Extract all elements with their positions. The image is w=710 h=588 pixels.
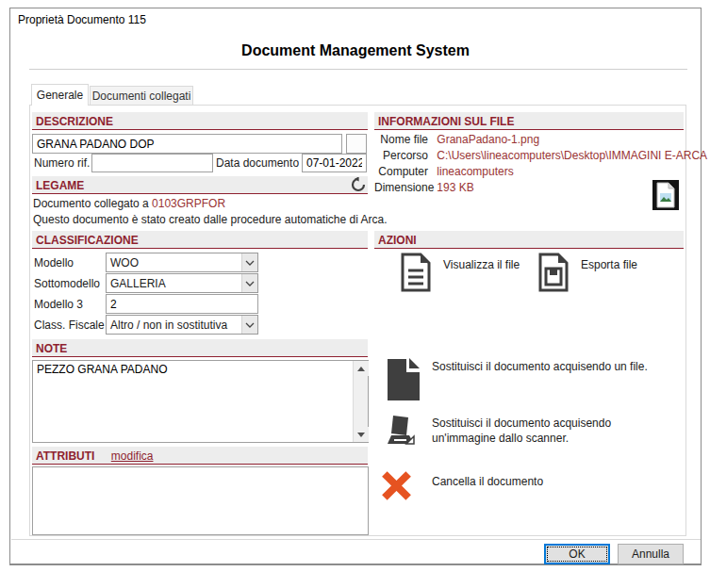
percorso-label: Percorso	[374, 149, 428, 162]
percorso-value: C:\Users\lineacomputers\Desktop\IMMAGINI…	[437, 149, 707, 162]
section-note: NOTE	[32, 339, 368, 357]
footer-divider	[11, 539, 701, 541]
sottomodello-select[interactable]: GALLERIA	[106, 273, 258, 293]
data-documento-input[interactable]	[302, 154, 367, 172]
tab-documenti-collegati[interactable]: Documenti collegati	[90, 86, 193, 105]
class-fiscale-label: Class. Fiscale	[34, 318, 105, 332]
note-field-container: PEZZO GRANA PADANO	[32, 360, 369, 443]
info-row-percorso: Percorso C:\Users\lineacomputers\Desktop…	[374, 149, 707, 162]
class-fiscale-select[interactable]: Altro / non in sostitutiva	[106, 315, 258, 335]
document-text-icon[interactable]	[401, 253, 431, 295]
window-title: Proprietà Documento 115	[18, 13, 146, 26]
sostituisci-file-action[interactable]: Sostituisci il documento acquisendo un f…	[432, 359, 681, 374]
attributi-title: ATTRIBUTI	[36, 449, 94, 463]
tab-panel: DESCRIZIONE Numero rif. Data documento L…	[29, 105, 686, 536]
legame-line1-prefix: Documento collegato a	[33, 197, 152, 210]
legame-line2: Questo documento è stato creato dalle pr…	[33, 213, 388, 226]
nome-file-value: GranaPadano-1.png	[437, 133, 539, 146]
class-fiscale-value: Altro / non in sostitutiva	[107, 317, 241, 334]
chevron-down-icon	[241, 274, 257, 292]
scroll-up-icon[interactable]	[354, 361, 369, 376]
page-title: Document Management System	[10, 42, 701, 59]
legame-line1: Documento collegato a 0103GRPFOR	[33, 197, 225, 210]
sottomodello-label: Sottomodello	[34, 277, 100, 290]
descrizione-extra-button[interactable]	[346, 134, 367, 154]
note-textarea[interactable]: PEZZO GRANA PADANO	[33, 361, 352, 442]
info-row-computer: Computer lineacomputers	[374, 165, 514, 178]
descrizione-input[interactable]	[32, 134, 342, 154]
ok-button[interactable]: OK	[544, 544, 610, 564]
section-informazioni: INFORMAZIONI SUL FILE	[374, 112, 684, 130]
scroll-down-icon[interactable]	[354, 427, 369, 442]
chevron-down-icon	[241, 253, 257, 271]
modello-label: Modello	[34, 256, 74, 270]
esporta-file-action[interactable]: Esporta file	[581, 257, 637, 272]
nome-file-label: Nome file	[374, 133, 428, 146]
modello-select[interactable]: WOO	[106, 253, 258, 272]
section-azioni: AZIONI	[374, 231, 684, 249]
section-legame: LEGAME	[32, 176, 368, 194]
modello3-label: Modello 3	[34, 298, 83, 311]
header-divider	[29, 69, 687, 71]
chevron-down-icon	[241, 316, 257, 334]
attributi-modifica-link[interactable]: modifica	[111, 449, 154, 463]
info-row-nome-file: Nome file GranaPadano-1.png	[374, 133, 539, 146]
info-row-dimensione: Dimensione 193 KB	[374, 181, 474, 194]
legame-document-code[interactable]: 0103GRPFOR	[152, 197, 225, 210]
x-icon[interactable]	[381, 470, 412, 504]
file-solid-icon[interactable]	[386, 357, 420, 405]
annulla-button[interactable]: Annulla	[618, 544, 684, 564]
attributi-box[interactable]	[32, 466, 369, 535]
section-descrizione: DESCRIZIONE	[32, 112, 368, 130]
dialog-window: Proprietà Documento 115 Document Managem…	[9, 8, 702, 565]
numero-rif-label: Numero rif.	[34, 156, 90, 170]
sostituisci-scanner-action[interactable]: Sostituisci il documento acquisendo un'i…	[432, 416, 675, 446]
tab-generale[interactable]: Generale	[31, 84, 89, 106]
computer-value: lineacomputers	[437, 165, 513, 178]
section-attributi: ATTRIBUTI modifica	[32, 447, 368, 465]
dimensione-value: 193 KB	[437, 181, 473, 194]
data-documento-label: Data documento	[216, 156, 299, 170]
scanner-icon[interactable]	[386, 415, 416, 449]
numero-rif-input[interactable]	[91, 154, 213, 172]
document-save-icon[interactable]	[538, 253, 569, 295]
sottomodello-value: GALLERIA	[107, 275, 241, 292]
modello-value: WOO	[107, 254, 241, 271]
modello3-input[interactable]	[106, 294, 258, 314]
visualizza-file-action[interactable]: Visualizza il file	[443, 257, 520, 272]
cancella-documento-action[interactable]: Cancella il documento	[432, 474, 543, 489]
refresh-icon[interactable]	[351, 177, 366, 192]
dimensione-label: Dimensione	[374, 181, 428, 194]
section-classificazione: CLASSIFICAZIONE	[32, 231, 368, 249]
note-scrollbar[interactable]	[353, 361, 368, 442]
image-file-icon[interactable]	[652, 180, 679, 213]
computer-label: Computer	[374, 165, 428, 178]
